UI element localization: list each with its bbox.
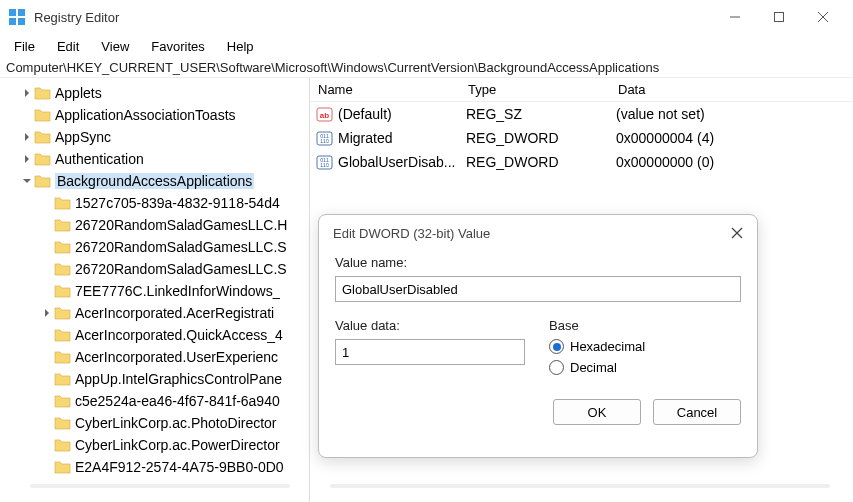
value-type: REG_DWORD — [460, 130, 610, 146]
tree-item[interactable]: 1527c705-839a-4832-9118-54d4 — [0, 192, 309, 214]
value-name-input[interactable] — [335, 276, 741, 302]
col-data[interactable]: Data — [610, 82, 853, 97]
regedit-icon — [8, 8, 26, 26]
value-data: (value not set) — [610, 106, 853, 122]
ok-button[interactable]: OK — [553, 399, 641, 425]
dialog-close-button[interactable] — [731, 225, 743, 242]
tree-item[interactable]: 26720RandomSaladGamesLLC.S — [0, 236, 309, 258]
value-name: (Default) — [338, 106, 392, 122]
folder-icon — [34, 130, 51, 144]
menu-view[interactable]: View — [91, 37, 139, 56]
tree-item[interactable]: AcerIncorporated.UserExperienc — [0, 346, 309, 368]
svg-rect-0 — [9, 9, 16, 16]
svg-rect-1 — [18, 9, 25, 16]
address-bar[interactable]: Computer\HKEY_CURRENT_USER\Software\Micr… — [0, 58, 853, 78]
folder-icon — [54, 328, 71, 342]
col-name[interactable]: Name — [310, 82, 460, 97]
tree-item-label: E2A4F912-2574-4A75-9BB0-0D0 — [75, 459, 284, 475]
tree-item-label: 26720RandomSaladGamesLLC.S — [75, 261, 287, 277]
binary-value-icon: 011110 — [316, 130, 333, 147]
tree-item-label: AcerIncorporated.UserExperienc — [75, 349, 278, 365]
folder-icon — [54, 438, 71, 452]
close-button[interactable] — [815, 9, 831, 25]
menu-file[interactable]: File — [4, 37, 45, 56]
svg-text:110: 110 — [320, 162, 329, 168]
value-name: GlobalUserDisab... — [338, 154, 456, 170]
menu-help[interactable]: Help — [217, 37, 264, 56]
folder-icon — [34, 86, 51, 100]
tree-item-label: ApplicationAssociationToasts — [55, 107, 236, 123]
folder-icon — [34, 174, 51, 188]
svg-text:ab: ab — [320, 111, 329, 120]
hex-label: Hexadecimal — [570, 339, 645, 354]
tree-item[interactable]: 26720RandomSaladGamesLLC.H — [0, 214, 309, 236]
edit-dword-dialog: Edit DWORD (32-bit) Value Value name: Va… — [318, 214, 758, 458]
radio-icon — [549, 339, 564, 354]
radio-hexadecimal[interactable]: Hexadecimal — [549, 339, 741, 354]
tree-item[interactable]: CyberLinkCorp.ac.PowerDirector — [0, 434, 309, 456]
tree-item[interactable]: BackgroundAccessApplications — [0, 170, 309, 192]
tree-item[interactable]: AcerIncorporated.QuickAccess_4 — [0, 324, 309, 346]
value-data-input[interactable] — [335, 339, 525, 365]
dialog-title: Edit DWORD (32-bit) Value — [333, 226, 490, 241]
chevron-right-icon[interactable] — [40, 307, 54, 319]
window-title: Registry Editor — [34, 10, 727, 25]
folder-icon — [54, 394, 71, 408]
list-header: Name Type Data — [310, 78, 853, 102]
radio-icon — [549, 360, 564, 375]
value-type: REG_DWORD — [460, 154, 610, 170]
menubar: File Edit View Favorites Help — [0, 34, 853, 58]
chevron-down-icon[interactable] — [20, 175, 34, 187]
radio-decimal[interactable]: Decimal — [549, 360, 741, 375]
tree-item[interactable]: E2A4F912-2574-4A75-9BB0-0D0 — [0, 456, 309, 478]
tree-item[interactable]: Applets — [0, 82, 309, 104]
tree-item[interactable]: c5e2524a-ea46-4f67-841f-6a940 — [0, 390, 309, 412]
tree-item-label: AppUp.IntelGraphicsControlPane — [75, 371, 282, 387]
list-row[interactable]: 011110GlobalUserDisab...REG_DWORD0x00000… — [310, 150, 853, 174]
tree-scrollbar[interactable] — [30, 484, 290, 498]
tree-item[interactable]: ApplicationAssociationToasts — [0, 104, 309, 126]
chevron-right-icon[interactable] — [20, 87, 34, 99]
tree-item[interactable]: 26720RandomSaladGamesLLC.S — [0, 258, 309, 280]
tree-item-label: Authentication — [55, 151, 144, 167]
col-type[interactable]: Type — [460, 82, 610, 97]
tree-view[interactable]: AppletsApplicationAssociationToastsAppSy… — [0, 78, 310, 502]
base-label: Base — [549, 318, 741, 333]
menu-favorites[interactable]: Favorites — [141, 37, 214, 56]
minimize-button[interactable] — [727, 9, 743, 25]
list-scrollbar[interactable] — [330, 484, 830, 498]
folder-icon — [54, 218, 71, 232]
value-data-label: Value data: — [335, 318, 525, 333]
tree-item[interactable]: CyberLinkCorp.ac.PhotoDirector — [0, 412, 309, 434]
chevron-right-icon[interactable] — [20, 153, 34, 165]
tree-item[interactable]: AppSync — [0, 126, 309, 148]
value-name: Migrated — [338, 130, 392, 146]
folder-icon — [54, 372, 71, 386]
tree-item-label: 26720RandomSaladGamesLLC.S — [75, 239, 287, 255]
folder-icon — [34, 152, 51, 166]
tree-item-label: AppSync — [55, 129, 111, 145]
tree-item[interactable]: AcerIncorporated.AcerRegistrati — [0, 302, 309, 324]
tree-item-label: c5e2524a-ea46-4f67-841f-6a940 — [75, 393, 280, 409]
list-row[interactable]: ab(Default)REG_SZ(value not set) — [310, 102, 853, 126]
tree-item[interactable]: Authentication — [0, 148, 309, 170]
value-data: 0x00000004 (4) — [610, 130, 853, 146]
cancel-button[interactable]: Cancel — [653, 399, 741, 425]
folder-icon — [54, 240, 71, 254]
string-value-icon: ab — [316, 106, 333, 123]
folder-icon — [54, 460, 71, 474]
tree-item[interactable]: 7EE7776C.LinkedInforWindows_ — [0, 280, 309, 302]
tree-item[interactable]: AppUp.IntelGraphicsControlPane — [0, 368, 309, 390]
menu-edit[interactable]: Edit — [47, 37, 89, 56]
tree-item-label: CyberLinkCorp.ac.PowerDirector — [75, 437, 280, 453]
folder-icon — [54, 284, 71, 298]
dec-label: Decimal — [570, 360, 617, 375]
folder-icon — [54, 262, 71, 276]
tree-item-label: CyberLinkCorp.ac.PhotoDirector — [75, 415, 277, 431]
folder-icon — [54, 196, 71, 210]
list-row[interactable]: 011110MigratedREG_DWORD0x00000004 (4) — [310, 126, 853, 150]
chevron-right-icon[interactable] — [20, 131, 34, 143]
svg-rect-2 — [9, 18, 16, 25]
maximize-button[interactable] — [771, 9, 787, 25]
tree-item-label: 7EE7776C.LinkedInforWindows_ — [75, 283, 280, 299]
